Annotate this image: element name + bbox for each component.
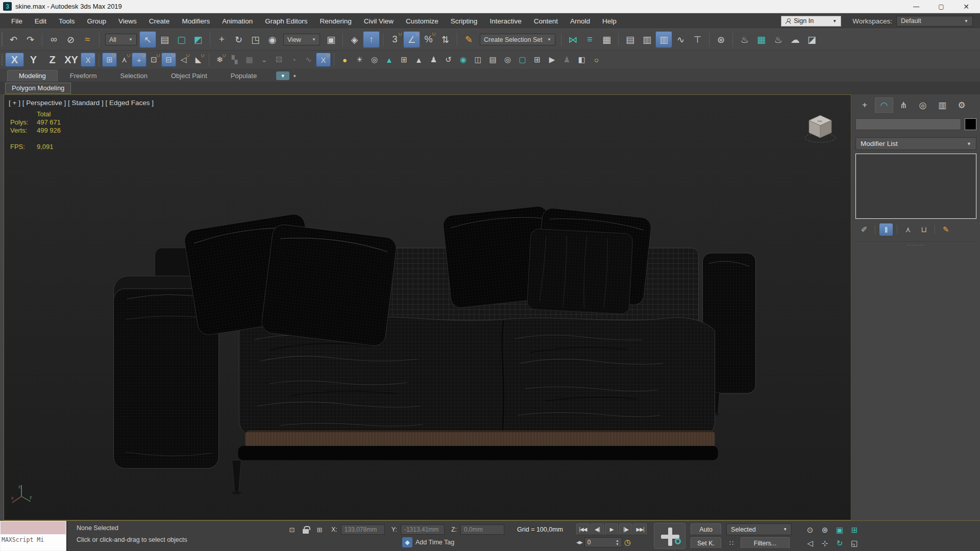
select-object[interactable]: ↖ xyxy=(139,31,156,48)
arc-rotate[interactable]: ↺ xyxy=(441,53,456,67)
asset-library[interactable]: ⊞ xyxy=(397,53,411,67)
add-time-tag-label[interactable]: Add Time Tag xyxy=(415,539,454,546)
x-coordinate-field[interactable]: 133,078mm xyxy=(341,524,385,535)
menu-help[interactable]: Help xyxy=(596,15,623,28)
maximize-button[interactable]: ▢ xyxy=(930,0,952,13)
menu-animation[interactable]: Animation xyxy=(216,15,259,28)
redo-button[interactable]: ↷ xyxy=(22,31,39,48)
curve-editor[interactable]: ∿ xyxy=(672,31,689,48)
layer-manager[interactable]: ▦ xyxy=(598,31,615,48)
maximize-viewport-toggle[interactable]: ◱ xyxy=(847,537,862,549)
z-coordinate-field[interactable]: 0,0mm xyxy=(460,524,504,535)
panel-splitter[interactable]: ······· xyxy=(855,241,976,247)
cp-tab-hierarchy[interactable]: ⋔ xyxy=(894,97,913,113)
align-button[interactable]: ≡ xyxy=(581,31,598,48)
use-pivot-point-center[interactable]: ▣ xyxy=(323,31,339,48)
select-and-move[interactable]: + xyxy=(213,31,230,48)
go-to-end[interactable]: ▶▶| xyxy=(633,523,647,535)
perspective-viewport[interactable]: [ + ] [ Perspective ] [ Standard ] [ Edg… xyxy=(4,94,851,520)
render-setup[interactable]: ♨ xyxy=(736,31,753,48)
material-editor[interactable]: ⊛ xyxy=(713,31,729,48)
angle-snap-toggle[interactable]: ∠∩ xyxy=(403,31,420,48)
menu-rendering[interactable]: Rendering xyxy=(314,15,358,28)
checker-pattern-tool[interactable]: ▚ xyxy=(227,53,242,67)
toggle-layer-explorer[interactable]: ▥ xyxy=(639,31,655,48)
key-filters-icon[interactable]: ∷ xyxy=(726,538,737,548)
menu-edit[interactable]: Edit xyxy=(29,15,53,28)
render-production[interactable]: ♨ xyxy=(770,31,787,48)
select-and-manipulate[interactable]: ◈ xyxy=(346,31,363,48)
auto-key-button[interactable]: Auto xyxy=(691,523,721,535)
menu-civil-view[interactable]: Civil View xyxy=(358,15,400,28)
undo-button[interactable]: ↶ xyxy=(5,31,22,48)
zoom-extents-selected[interactable]: ▣ xyxy=(832,523,847,536)
sign-in-button[interactable]: Sign In ▼ xyxy=(781,16,841,27)
go-to-start[interactable]: |◀◀ xyxy=(576,523,590,535)
midpoint-snap[interactable]: ⊟∩ xyxy=(161,53,176,67)
normal-snap[interactable]: ◣∩ xyxy=(191,53,206,67)
add-utility[interactable]: ⊞ xyxy=(530,53,545,67)
create-camera[interactable]: ◎ xyxy=(367,53,382,67)
toggle-ribbon[interactable]: ▥ xyxy=(655,31,672,48)
ribbon-media-button[interactable]: ▼ xyxy=(276,71,289,80)
set-key-button[interactable]: Set K. xyxy=(691,537,721,549)
play-animation[interactable]: ▶ xyxy=(605,523,618,535)
populate-crowd[interactable]: ♟ xyxy=(559,53,574,67)
modifier-stack[interactable] xyxy=(855,154,976,219)
cp-tab-motion[interactable]: ◎ xyxy=(914,97,932,113)
menu-content[interactable]: Content xyxy=(528,15,564,28)
spinner-snap-toggle[interactable]: ⇅ xyxy=(437,31,454,48)
zoom[interactable]: ⊙ xyxy=(803,523,817,536)
workspace-dropdown[interactable]: Default ▼ xyxy=(896,16,973,27)
menu-graph-editors[interactable]: Graph Editors xyxy=(259,15,313,28)
stereo-camera[interactable]: ◎ xyxy=(500,53,515,67)
viewport-label[interactable]: [ + ] [ Perspective ] [ Standard ] [ Edg… xyxy=(9,99,154,107)
z-axis-constraint[interactable]: Z xyxy=(43,53,62,67)
time-tag-icon[interactable]: ◆ xyxy=(402,537,412,547)
chevron-down-icon[interactable]: ▼ xyxy=(292,74,297,79)
frame-back-forward-icon[interactable]: ◀▶ xyxy=(576,540,582,545)
maxscript-mini-listener[interactable]: MAXScript Mi xyxy=(0,521,67,551)
minimize-button[interactable]: — xyxy=(905,0,927,13)
pan-view[interactable]: ⊹ xyxy=(818,537,832,549)
ribbon-tab-populate[interactable]: Populate xyxy=(219,70,268,82)
cp-tab-create[interactable]: + xyxy=(855,97,874,113)
snap-x-constraint[interactable]: X∩ xyxy=(316,53,331,67)
select-and-rotate[interactable]: ↻ xyxy=(230,31,247,48)
y-coordinate-field[interactable]: -1313,41mm xyxy=(401,524,445,535)
ribbon-tab-modeling[interactable]: Modeling xyxy=(7,70,58,82)
select-and-place[interactable]: ◉ xyxy=(264,31,281,48)
cp-tab-utilities[interactable]: ⚙ xyxy=(952,97,971,113)
menu-group[interactable]: Group xyxy=(81,15,113,28)
reference-coordinate-system[interactable]: View▼ xyxy=(283,34,320,45)
field-of-view[interactable]: ◁ xyxy=(803,537,817,549)
render-in-cloud[interactable]: ☁ xyxy=(787,31,803,48)
split-view[interactable]: ◧ xyxy=(574,53,589,67)
maxscript-listener-field[interactable]: MAXScript Mi xyxy=(0,534,66,551)
menu-tools[interactable]: Tools xyxy=(53,15,81,28)
select-and-link[interactable]: ∞ xyxy=(45,31,62,48)
cp-tab-modify[interactable]: ◠ xyxy=(875,97,893,113)
edit-soft-selection[interactable]: ⚄ xyxy=(272,53,286,67)
vertex-snap[interactable]: ⋏∩ xyxy=(117,53,132,67)
zoom-all[interactable]: ⊛ xyxy=(818,523,832,536)
menu-customize[interactable]: Customize xyxy=(400,15,445,28)
snaps-toggle-3d[interactable]: 3∩ xyxy=(386,31,403,48)
menu-interactive[interactable]: Interactive xyxy=(483,15,527,28)
pin-stack[interactable]: ✐ xyxy=(857,223,871,236)
ribbon-tab-freeform[interactable]: Freeform xyxy=(59,70,108,82)
menu-create[interactable]: Create xyxy=(143,15,176,28)
named-selection-set-field[interactable]: Create Selection Set▼ xyxy=(480,34,555,45)
photometric-lights[interactable]: ◉ xyxy=(456,53,471,67)
percent-snap-toggle[interactable]: %∩ xyxy=(420,31,437,48)
next-frame[interactable]: ||▶ xyxy=(619,523,632,535)
mirror-button[interactable]: ⋈ xyxy=(565,31,581,48)
rectangular-selection-region[interactable]: ▢ xyxy=(173,31,190,48)
viewport-layout[interactable]: ◫ xyxy=(471,53,485,67)
create-tree[interactable]: ▲ xyxy=(411,53,426,67)
window-crossing-toggle[interactable]: ◩ xyxy=(190,31,207,48)
remove-modifier[interactable]: ⊔ xyxy=(917,223,930,236)
cp-tab-display[interactable]: ▥ xyxy=(933,97,951,113)
ribbon-tab-object-paint[interactable]: Object Paint xyxy=(160,70,218,82)
lattice-tool[interactable]: ▦ xyxy=(242,53,257,67)
